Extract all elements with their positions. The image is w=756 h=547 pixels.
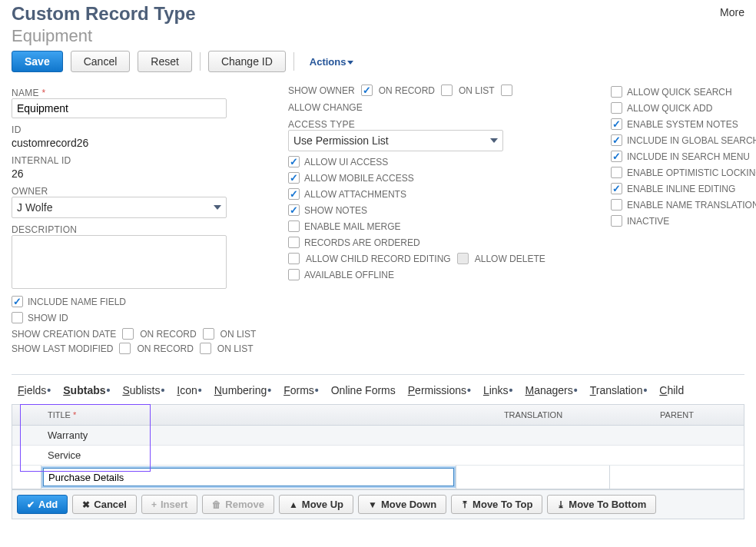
- change-id-button[interactable]: Change ID: [208, 51, 286, 72]
- allow-quick-add-label: ALLOW QUICK ADD: [627, 103, 712, 114]
- allow-ui-access-checkbox[interactable]: [288, 156, 300, 167]
- title-edit-input[interactable]: [43, 468, 454, 486]
- on-list-label: ON LIST: [217, 343, 254, 354]
- show-last-modified-label: SHOW LAST MODIFIED: [12, 343, 113, 354]
- allow-quick-search-label: ALLOW QUICK SEARCH: [627, 87, 732, 98]
- tab-online-forms[interactable]: Online Forms: [331, 384, 396, 396]
- include-in-search-menu-checkbox[interactable]: [611, 151, 622, 162]
- col-translation[interactable]: TRANSLATION: [456, 405, 610, 425]
- owner-on-list-checkbox[interactable]: [441, 85, 453, 96]
- show-id-label: SHOW ID: [28, 313, 68, 323]
- owner-on-record-checkbox[interactable]: [361, 85, 373, 96]
- internal-id-label: INTERNAL ID: [12, 155, 257, 166]
- on-list-label: ON LIST: [220, 329, 257, 340]
- tab-links[interactable]: Links•: [483, 384, 513, 396]
- available-offline-checkbox[interactable]: [288, 269, 300, 280]
- grid-cancel-button[interactable]: ✖Cancel: [72, 495, 137, 514]
- include-name-field-checkbox[interactable]: [12, 296, 23, 307]
- enable-mail-merge-checkbox[interactable]: [288, 220, 300, 232]
- tab-child[interactable]: Child: [659, 384, 684, 396]
- subtabs-bar: Fields• Subtabs• Sublists• Icon• Numberi…: [12, 375, 744, 404]
- actions-menu[interactable]: Actions: [310, 56, 354, 68]
- modified-on-list-checkbox[interactable]: [200, 343, 211, 354]
- arrow-bottom-icon: ⤓: [557, 499, 565, 510]
- save-button[interactable]: Save: [12, 51, 63, 72]
- tab-sublists[interactable]: Sublists•: [122, 384, 164, 396]
- page-title: Custom Record Type: [12, 3, 196, 25]
- close-icon: ✖: [82, 499, 90, 510]
- show-id-checkbox[interactable]: [12, 312, 23, 323]
- col-handle: [12, 405, 41, 425]
- enable-inline-editing-checkbox[interactable]: [611, 183, 622, 194]
- include-in-global-search-label: INCLUDE IN GLOBAL SEARCH: [627, 135, 756, 146]
- row-title: Service: [41, 446, 456, 465]
- enable-inline-editing-label: ENABLE INLINE EDITING: [627, 184, 735, 194]
- available-offline-label: AVAILABLE OFFLINE: [304, 270, 394, 280]
- grid-move-down-button[interactable]: ▼Move Down: [358, 495, 446, 514]
- trash-icon: 🗑: [212, 499, 221, 510]
- enable-system-notes-checkbox[interactable]: [611, 118, 622, 130]
- page-subtitle: Equipment: [12, 26, 196, 46]
- show-notes-label: SHOW NOTES: [304, 205, 367, 216]
- table-row[interactable]: Service: [12, 446, 744, 466]
- allow-attachments-checkbox[interactable]: [288, 188, 300, 200]
- tab-permissions[interactable]: Permissions•: [408, 384, 471, 396]
- chevron-down-icon: [490, 138, 498, 143]
- internal-id-value: 26: [12, 167, 257, 180]
- tab-managers[interactable]: Managers•: [526, 384, 578, 396]
- cancel-button[interactable]: Cancel: [71, 51, 131, 72]
- enable-system-notes-label: ENABLE SYSTEM NOTES: [627, 119, 738, 130]
- name-input[interactable]: [12, 98, 227, 118]
- tab-fields[interactable]: Fields•: [18, 384, 51, 396]
- records-are-ordered-label: RECORDS ARE ORDERED: [304, 237, 420, 248]
- grid-move-up-button[interactable]: ▲Move Up: [279, 495, 353, 514]
- tab-icon[interactable]: Icon•: [177, 384, 201, 396]
- grid-move-to-top-button[interactable]: ⤒Move To Top: [451, 495, 542, 514]
- allow-delete-checkbox[interactable]: [457, 253, 469, 264]
- col-title[interactable]: TITLE *: [41, 405, 456, 425]
- allow-child-record-editing-checkbox[interactable]: [288, 253, 300, 264]
- enable-optimistic-locking-checkbox[interactable]: [611, 167, 622, 178]
- show-creation-date-label: SHOW CREATION DATE: [12, 329, 116, 340]
- allow-quick-search-checkbox[interactable]: [611, 86, 622, 98]
- on-list-label: ON LIST: [459, 85, 495, 96]
- records-are-ordered-checkbox[interactable]: [288, 237, 300, 248]
- arrow-down-icon: ▼: [368, 499, 377, 510]
- grid-move-to-bottom-button[interactable]: ⤓Move To Bottom: [547, 495, 656, 514]
- creation-on-record-checkbox[interactable]: [122, 328, 134, 340]
- tab-numbering[interactable]: Numbering•: [214, 384, 271, 396]
- divider: [293, 52, 294, 71]
- more-link[interactable]: More: [720, 6, 744, 18]
- arrow-up-icon: ▲: [289, 499, 298, 510]
- table-edit-row[interactable]: [12, 466, 744, 489]
- allow-quick-add-checkbox[interactable]: [611, 102, 622, 114]
- table-row[interactable]: Warranty: [12, 426, 744, 446]
- subtabs-grid: TITLE * TRANSLATION PARENT Warranty Serv…: [12, 404, 744, 490]
- owner-allow-change-checkbox[interactable]: [501, 85, 512, 96]
- row-title: Warranty: [41, 426, 456, 445]
- col-parent[interactable]: PARENT: [610, 405, 744, 425]
- allow-mobile-access-label: ALLOW MOBILE ACCESS: [304, 173, 414, 184]
- description-input[interactable]: [12, 235, 227, 289]
- include-in-global-search-checkbox[interactable]: [611, 134, 622, 146]
- tab-translation[interactable]: Translation•: [590, 384, 648, 396]
- allow-mobile-access-checkbox[interactable]: [288, 172, 300, 184]
- owner-select[interactable]: J Wolfe: [12, 197, 227, 218]
- creation-on-list-checkbox[interactable]: [203, 328, 214, 340]
- check-icon: ✔: [27, 499, 35, 510]
- owner-label: OWNER: [12, 186, 257, 197]
- access-type-select[interactable]: Use Permission List: [288, 130, 503, 151]
- tab-forms[interactable]: Forms•: [284, 384, 319, 396]
- owner-value: J Wolfe: [17, 201, 52, 214]
- tab-subtabs[interactable]: Subtabs•: [63, 384, 110, 396]
- show-notes-checkbox[interactable]: [288, 204, 300, 216]
- grid-add-button[interactable]: ✔Add: [17, 495, 68, 514]
- enable-name-translation-checkbox[interactable]: [611, 199, 622, 211]
- chevron-down-icon: [214, 205, 221, 210]
- reset-button[interactable]: Reset: [138, 51, 192, 72]
- modified-on-record-checkbox[interactable]: [119, 343, 131, 354]
- inactive-checkbox[interactable]: [611, 215, 622, 227]
- plus-icon: +: [151, 499, 157, 510]
- grid-insert-button[interactable]: +Insert: [141, 495, 197, 514]
- grid-remove-button[interactable]: 🗑Remove: [202, 495, 274, 514]
